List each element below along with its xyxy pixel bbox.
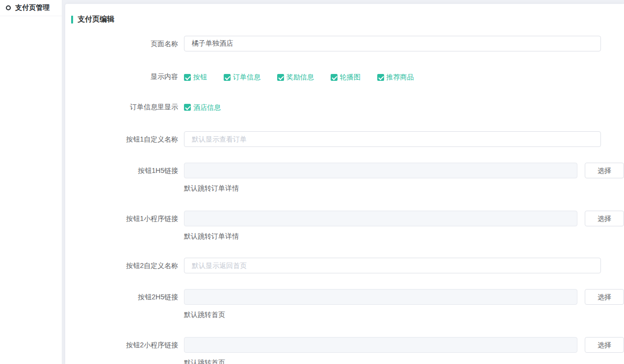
checkbox-order-info[interactable]: 订单信息 [224,73,260,82]
button2-miniprogram-link-select-button[interactable]: 选择 [585,337,624,353]
checkbox-label: 酒店信息 [193,103,221,112]
page-title-text: 支付页编辑 [78,15,114,24]
button1-custom-name-input[interactable] [184,131,601,147]
button1-miniprogram-link-helper: 默认跳转订单详情 [184,233,624,240]
checkbox-hotel-info[interactable]: 酒店信息 [184,103,221,112]
button2-miniprogram-link-input[interactable] [184,337,577,353]
page-title: 支付页编辑 [71,15,624,24]
form-row-order-info-display: 订单信息里显示 酒店信息 [65,102,624,113]
button1-custom-name-label: 按钮1自定义名称 [65,131,184,147]
checkbox-label: 推荐商品 [387,73,414,82]
page-name-label: 页面名称 [65,36,184,51]
checked-checkbox-icon [184,104,191,111]
checkbox-carousel[interactable]: 轮播图 [331,73,361,82]
button2-h5-link-select-button[interactable]: 选择 [585,289,624,305]
circle-icon [6,5,11,10]
display-content-label: 显示内容 [65,72,184,81]
title-accent-bar [71,16,73,24]
sidebar: 支付页管理 [0,0,62,364]
checkbox-label: 按钮 [193,73,207,82]
form-row-button2-custom-name: 按钮2自定义名称 [65,258,624,273]
checkbox-recommended-products[interactable]: 推荐商品 [377,73,414,82]
checkbox-button[interactable]: 按钮 [184,73,207,82]
form-row-button1-custom-name: 按钮1自定义名称 [65,131,624,147]
button2-miniprogram-link-helper: 默认跳转首页 [184,359,624,364]
button2-h5-link-label: 按钮2H5链接 [65,289,184,305]
checked-checkbox-icon [377,74,384,81]
button1-miniprogram-link-input[interactable] [184,211,577,226]
button1-h5-link-label: 按钮1H5链接 [65,163,184,178]
button1-h5-link-input[interactable] [184,163,577,178]
page-name-input[interactable] [184,36,601,51]
button1-miniprogram-link-label: 按钮1小程序链接 [65,211,184,226]
form-row-button2-miniprogram-link: 按钮2小程序链接 选择 默认跳转首页 [65,337,624,364]
button1-miniprogram-link-select-button[interactable]: 选择 [585,211,624,226]
form-row-button1-h5-link: 按钮1H5链接 选择 默认跳转订单详情 [65,163,624,192]
button2-h5-link-helper: 默认跳转首页 [184,311,624,318]
checkbox-reward-info[interactable]: 奖励信息 [277,73,314,82]
sidebar-item-payment-page-management[interactable]: 支付页管理 [0,0,62,16]
sidebar-item-label: 支付页管理 [15,3,50,12]
button1-h5-link-select-button[interactable]: 选择 [585,163,624,178]
checkbox-label: 订单信息 [233,73,260,82]
checked-checkbox-icon [331,74,338,81]
button1-h5-link-helper: 默认跳转订单详情 [184,185,624,192]
checked-checkbox-icon [184,74,191,81]
payment-page-edit-panel: 支付页编辑 页面名称 显示内容 按钮 订单信息 奖励信息 轮播图 [65,4,624,364]
button2-miniprogram-link-label: 按钮2小程序链接 [65,337,184,353]
checked-checkbox-icon [224,74,231,81]
form-row-button2-h5-link: 按钮2H5链接 选择 默认跳转首页 [65,289,624,318]
button2-custom-name-label: 按钮2自定义名称 [65,258,184,273]
checkbox-label: 奖励信息 [286,73,314,82]
form-row-page-name: 页面名称 [65,36,624,51]
button2-custom-name-input[interactable] [184,258,601,273]
button2-h5-link-input[interactable] [184,289,577,305]
form-row-button1-miniprogram-link: 按钮1小程序链接 选择 默认跳转订单详情 [65,211,624,240]
checked-checkbox-icon [277,74,284,81]
form-row-display-content: 显示内容 按钮 订单信息 奖励信息 轮播图 推荐商品 [65,72,624,82]
order-info-display-label: 订单信息里显示 [65,102,184,112]
checkbox-label: 轮播图 [340,73,361,82]
